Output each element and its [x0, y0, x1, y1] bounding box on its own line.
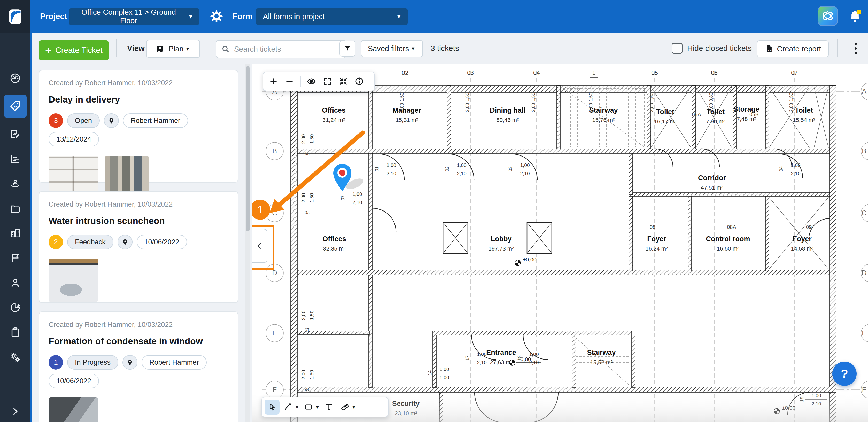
create-report-button[interactable]: PDF Create report [757, 40, 829, 57]
help-button[interactable]: ? [832, 362, 857, 386]
sidebar-expand-button[interactable] [4, 402, 27, 420]
sidebar-item-contacts[interactable] [4, 271, 27, 294]
sidebar-item-tasks[interactable] [4, 321, 27, 344]
form-selector[interactable]: All forms in project ▾ [256, 8, 408, 25]
create-ticket-button[interactable]: + Create Ticket [39, 40, 109, 60]
toggle-visibility-button[interactable] [304, 74, 319, 89]
zoom-in-button[interactable] [266, 74, 281, 89]
project-settings-button[interactable] [209, 9, 224, 24]
door-mark: 05B [749, 111, 759, 117]
shape-tool-button[interactable] [301, 399, 316, 415]
pen-tool-caret[interactable]: ▾ [296, 404, 299, 410]
svg-text:2,00 1,50: 2,00 1,50 [465, 93, 470, 112]
sidebar [0, 33, 32, 422]
priority-badge: 1 [49, 355, 63, 369]
location-pin-badge[interactable] [104, 113, 119, 128]
shape-tool-caret[interactable]: ▾ [316, 404, 319, 410]
plan-zoom-toolbar [263, 71, 375, 91]
dim-top: 1,00 [457, 162, 467, 168]
search-box [216, 40, 346, 58]
plus-icon: + [45, 45, 51, 56]
sidebar-item-site-inspection[interactable] [4, 172, 27, 195]
svg-text:2,00 1,50: 2,00 1,50 [789, 93, 794, 112]
sidebar-item-settings[interactable] [4, 346, 27, 369]
photo-water-on-sill[interactable] [49, 259, 98, 302]
sidebar-item-milestones[interactable] [4, 247, 27, 270]
sidebar-item-projects[interactable] [4, 222, 27, 245]
room-area: 197,73 m² [488, 245, 514, 252]
view-selector[interactable]: Plan ▾ [146, 40, 200, 58]
project-label: Project [40, 0, 67, 33]
ticket-created-meta: Created by Robert Hammer, 10/03/2022 [49, 321, 228, 329]
ticket-card[interactable]: Created by Robert Hammer, 10/03/2022 Del… [39, 70, 238, 183]
fit-to-screen-button[interactable] [336, 74, 351, 89]
location-pin-icon [126, 358, 134, 366]
brand-logo[interactable] [0, 0, 30, 33]
saved-filters-selector[interactable]: Saved filters ▾ [361, 40, 423, 57]
hide-closed-toggle[interactable]: Hide closed tickets [672, 33, 752, 64]
connect-app-button[interactable] [818, 7, 837, 25]
filter-button[interactable] [339, 40, 355, 57]
plan-info-button[interactable] [352, 74, 367, 89]
chevron-right-icon [10, 406, 21, 417]
date-badge: 10/06/2022 [49, 374, 99, 388]
dim-bottom: 1,00 [440, 375, 449, 380]
document-pen-icon [9, 128, 21, 140]
sidebar-item-forms[interactable] [4, 122, 27, 145]
plan-doors [372, 149, 830, 422]
measure-tool-button[interactable] [337, 399, 352, 415]
view-label: View [127, 33, 145, 64]
ticket-card[interactable]: Created by Robert Hammer, 10/03/2022 For… [39, 312, 238, 422]
grid-col-label: 04 [533, 69, 540, 76]
door-mark: 05A [692, 111, 701, 117]
measure-tool-caret[interactable]: ▾ [352, 404, 355, 410]
room-area: 32,35 m² [323, 245, 346, 252]
floor-plan-canvas[interactable]: 022,00 1,50032,00 1,50042,00 1,5012,00 1… [252, 64, 868, 422]
location-pin-badge[interactable] [118, 235, 132, 249]
dim-top: 2,00 [301, 370, 306, 380]
form-label: Form [232, 0, 253, 33]
room-name: Entrance [486, 349, 516, 356]
location-pin-badge[interactable] [122, 355, 137, 369]
sidebar-item-dashboard[interactable] [4, 67, 27, 90]
room-area: 31,24 m² [323, 117, 345, 123]
select-tool-button[interactable] [265, 399, 280, 415]
priority-badge: 2 [49, 235, 63, 249]
grid-row-label: E [272, 329, 277, 337]
collapse-panel-button[interactable] [252, 229, 268, 263]
pen-tool-button[interactable] [281, 399, 296, 415]
sidebar-item-tickets[interactable] [4, 95, 27, 118]
fullscreen-button[interactable] [320, 74, 335, 89]
divider [749, 39, 749, 57]
status-badge: Feedback [67, 235, 114, 249]
project-selector[interactable]: Office Complex 11 > Ground Floor ▾ [69, 8, 199, 25]
dim-top: 1,00 [440, 366, 449, 372]
divider [300, 76, 301, 87]
sidebar-item-statistics[interactable] [4, 147, 27, 170]
sidebar-item-reports[interactable] [4, 296, 27, 319]
dim-number: 21 [305, 151, 310, 156]
dim-top: 1,00 [791, 162, 801, 168]
priority-badge: 3 [49, 113, 63, 128]
pdf-report-icon: PDF [765, 44, 773, 53]
location-pin-icon [121, 238, 129, 246]
grid-col-label: 02 [402, 69, 408, 76]
panel-scrollbar[interactable] [245, 64, 250, 422]
scrollbar-thumb[interactable] [246, 66, 250, 231]
photo-condensate-window[interactable] [49, 397, 98, 422]
sidebar-item-documents[interactable] [4, 197, 27, 220]
dim-number: 17 [465, 355, 470, 360]
zoom-out-button[interactable] [282, 74, 297, 89]
ticket-title: Water intrusion scuncheon [49, 216, 228, 226]
more-options-button[interactable] [847, 39, 864, 57]
pie-chart-icon [9, 302, 21, 314]
search-input[interactable] [234, 45, 328, 54]
ticket-card[interactable]: Created by Robert Hammer, 10/03/2022 Wat… [39, 191, 238, 303]
text-tool-button[interactable] [321, 399, 336, 415]
divider [837, 39, 838, 57]
checkbox-icon[interactable] [672, 43, 683, 54]
dashboard-gauge-icon [9, 72, 21, 84]
ticket-map-pin[interactable] [333, 164, 365, 191]
ticket-title: Delay in delivery [49, 94, 228, 105]
notifications-button[interactable] [847, 9, 863, 25]
